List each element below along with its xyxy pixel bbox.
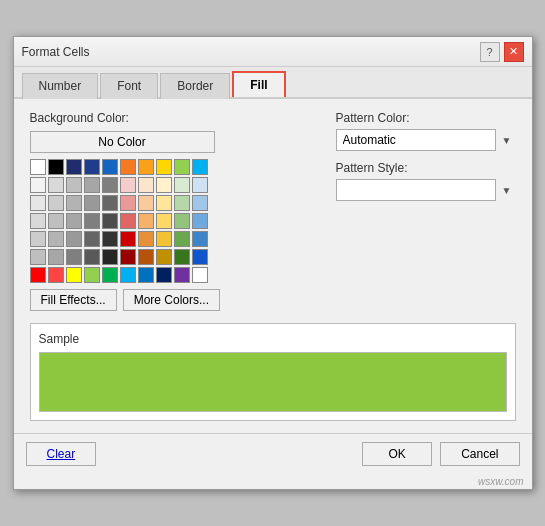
color-cell[interactable]: [138, 231, 154, 247]
color-cell[interactable]: [48, 267, 64, 283]
color-cell[interactable]: [30, 213, 46, 229]
color-cell[interactable]: [120, 231, 136, 247]
color-cell[interactable]: [84, 267, 100, 283]
color-cell[interactable]: [120, 249, 136, 265]
title-bar-right: ? ✕: [480, 42, 524, 62]
color-cell[interactable]: [120, 267, 136, 283]
color-cell[interactable]: [138, 177, 154, 193]
more-colors-button[interactable]: More Colors...: [123, 289, 220, 311]
cancel-button[interactable]: Cancel: [440, 442, 519, 466]
footer-left: Clear: [26, 442, 355, 466]
color-cell[interactable]: [84, 159, 100, 175]
color-cell[interactable]: [156, 195, 172, 211]
pattern-color-select-wrap: Automatic ▼: [336, 129, 516, 151]
color-cell[interactable]: [66, 159, 82, 175]
color-cell[interactable]: [84, 195, 100, 211]
color-cell[interactable]: [192, 231, 208, 247]
sample-label: Sample: [39, 332, 507, 346]
color-cell[interactable]: [138, 195, 154, 211]
color-cell[interactable]: [66, 213, 82, 229]
color-cell[interactable]: [192, 267, 208, 283]
color-cell[interactable]: [30, 177, 46, 193]
color-cell[interactable]: [102, 159, 118, 175]
tab-font[interactable]: Font: [100, 73, 158, 99]
color-cell[interactable]: [174, 195, 190, 211]
color-cell[interactable]: [30, 195, 46, 211]
color-cell[interactable]: [102, 267, 118, 283]
color-cell[interactable]: [192, 195, 208, 211]
color-cell[interactable]: [120, 177, 136, 193]
help-button[interactable]: ?: [480, 42, 500, 62]
dialog-title: Format Cells: [22, 45, 90, 59]
color-cell[interactable]: [120, 195, 136, 211]
color-cell[interactable]: [138, 249, 154, 265]
color-cell[interactable]: [84, 213, 100, 229]
color-cell[interactable]: [48, 231, 64, 247]
color-cell[interactable]: [174, 231, 190, 247]
color-cell[interactable]: [84, 231, 100, 247]
color-cell[interactable]: [192, 213, 208, 229]
color-cell[interactable]: [138, 213, 154, 229]
color-cell[interactable]: [48, 195, 64, 211]
color-cell[interactable]: [156, 213, 172, 229]
color-cell[interactable]: [48, 213, 64, 229]
pattern-color-select[interactable]: Automatic: [336, 129, 496, 151]
tab-fill[interactable]: Fill: [232, 71, 285, 97]
ok-button[interactable]: OK: [362, 442, 432, 466]
color-cell[interactable]: [30, 267, 46, 283]
tab-border[interactable]: Border: [160, 73, 230, 99]
color-cell[interactable]: [156, 177, 172, 193]
color-cell[interactable]: [156, 249, 172, 265]
close-button[interactable]: ✕: [504, 42, 524, 62]
color-cell[interactable]: [174, 267, 190, 283]
pattern-style-chevron-icon: ▼: [502, 185, 512, 196]
button-row: Fill Effects... More Colors...: [30, 289, 320, 311]
two-column-layout: Background Color: No Color Fill Effects.…: [30, 111, 516, 311]
color-cell[interactable]: [48, 159, 64, 175]
color-cell[interactable]: [84, 177, 100, 193]
color-row-row7: [30, 267, 320, 283]
pattern-style-select-wrap: ▼: [336, 179, 516, 201]
color-cell[interactable]: [192, 159, 208, 175]
color-cell[interactable]: [30, 249, 46, 265]
color-cell[interactable]: [102, 213, 118, 229]
color-cell[interactable]: [138, 159, 154, 175]
color-cell[interactable]: [192, 177, 208, 193]
color-cell[interactable]: [192, 249, 208, 265]
color-cell[interactable]: [174, 213, 190, 229]
color-cell[interactable]: [84, 249, 100, 265]
color-cell[interactable]: [66, 195, 82, 211]
pattern-style-select[interactable]: [336, 179, 496, 201]
color-cell[interactable]: [66, 177, 82, 193]
right-column: Pattern Color: Automatic ▼ Pattern Style…: [336, 111, 516, 311]
color-cell[interactable]: [66, 249, 82, 265]
tab-content: Background Color: No Color Fill Effects.…: [14, 99, 532, 433]
color-cell[interactable]: [174, 177, 190, 193]
color-row-row3: [30, 195, 320, 211]
tab-number[interactable]: Number: [22, 73, 99, 99]
color-cell[interactable]: [156, 231, 172, 247]
color-cell[interactable]: [66, 267, 82, 283]
dialog-footer: Clear OK Cancel: [14, 433, 532, 474]
color-cell[interactable]: [102, 177, 118, 193]
color-cell[interactable]: [120, 159, 136, 175]
clear-button[interactable]: Clear: [26, 442, 97, 466]
color-cell[interactable]: [30, 159, 46, 175]
fill-effects-button[interactable]: Fill Effects...: [30, 289, 117, 311]
color-cell[interactable]: [174, 249, 190, 265]
color-row-row6: [30, 249, 320, 265]
color-cell[interactable]: [30, 231, 46, 247]
color-cell[interactable]: [48, 249, 64, 265]
no-color-button[interactable]: No Color: [30, 131, 215, 153]
color-cell[interactable]: [156, 267, 172, 283]
color-cell[interactable]: [156, 159, 172, 175]
color-cell[interactable]: [102, 195, 118, 211]
color-cell[interactable]: [102, 249, 118, 265]
color-cell[interactable]: [138, 267, 154, 283]
color-cell[interactable]: [48, 177, 64, 193]
pattern-style-label: Pattern Style:: [336, 161, 516, 175]
color-cell[interactable]: [120, 213, 136, 229]
color-cell[interactable]: [66, 231, 82, 247]
color-cell[interactable]: [174, 159, 190, 175]
color-cell[interactable]: [102, 231, 118, 247]
